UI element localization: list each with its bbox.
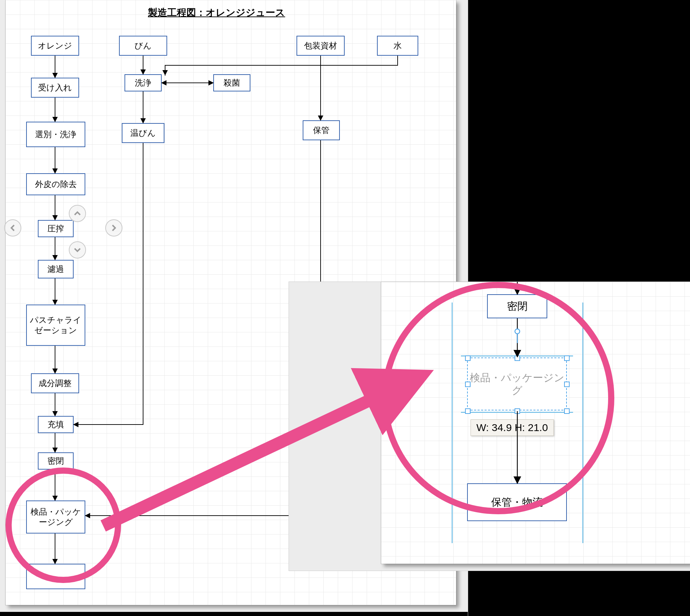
node-hosozai[interactable]: 包装資材 bbox=[297, 36, 345, 56]
node-kenpin[interactable]: 検品・パッケージング bbox=[26, 500, 85, 534]
guide-vertical-right bbox=[582, 302, 583, 543]
nav-down-button[interactable] bbox=[69, 241, 86, 258]
node-onbin[interactable]: 温びん bbox=[122, 123, 164, 143]
nav-up-button[interactable] bbox=[69, 205, 86, 222]
resize-handle[interactable] bbox=[515, 355, 520, 361]
node-seibun[interactable]: 成分調整 bbox=[31, 373, 79, 393]
node-mizu[interactable]: 水 bbox=[377, 36, 418, 56]
node-sakkin[interactable]: 殺菌 bbox=[213, 74, 250, 91]
size-tooltip: W: 34.9 H: 21.0 bbox=[471, 419, 554, 436]
node-juten[interactable]: 充填 bbox=[38, 416, 74, 433]
guide-vertical-left bbox=[452, 302, 453, 543]
node-ukeire[interactable]: 受け入れ bbox=[31, 78, 79, 98]
resize-handle[interactable] bbox=[515, 408, 520, 414]
node-hokanB[interactable] bbox=[26, 564, 85, 589]
resize-handle[interactable] bbox=[465, 382, 471, 387]
nav-prev-button[interactable] bbox=[4, 219, 21, 236]
nav-next-button[interactable] bbox=[105, 219, 122, 236]
node-pasteur[interactable]: パスチャライゼーション bbox=[26, 305, 85, 346]
node-bin[interactable]: びん bbox=[119, 36, 167, 56]
resize-handle[interactable] bbox=[564, 382, 570, 387]
node-senbetsu[interactable]: 選別・洗浄 bbox=[26, 122, 85, 147]
node-senjo[interactable]: 洗浄 bbox=[125, 74, 162, 91]
node-assaku[interactable]: 圧搾 bbox=[38, 220, 74, 237]
resize-handle[interactable] bbox=[564, 408, 570, 414]
zoom-node-hokanb[interactable]: 保管・物流 bbox=[467, 483, 567, 521]
zoom-node-mippei[interactable]: 密閉 bbox=[487, 294, 547, 318]
node-orange[interactable]: オレンジ bbox=[31, 36, 79, 56]
resize-handle[interactable] bbox=[465, 408, 471, 414]
node-hokan[interactable]: 保管 bbox=[303, 120, 340, 140]
node-mippei[interactable]: 密閉 bbox=[38, 452, 74, 470]
node-gaihi[interactable]: 外皮の除去 bbox=[26, 173, 85, 195]
resize-handle[interactable] bbox=[564, 355, 570, 361]
diagram-title: 製造工程図：オレンジジュース bbox=[148, 6, 285, 19]
resize-handle[interactable] bbox=[465, 355, 471, 361]
selected-shape[interactable]: 検品・パッケージング bbox=[467, 358, 567, 410]
node-roka[interactable]: 濾過 bbox=[38, 260, 74, 278]
